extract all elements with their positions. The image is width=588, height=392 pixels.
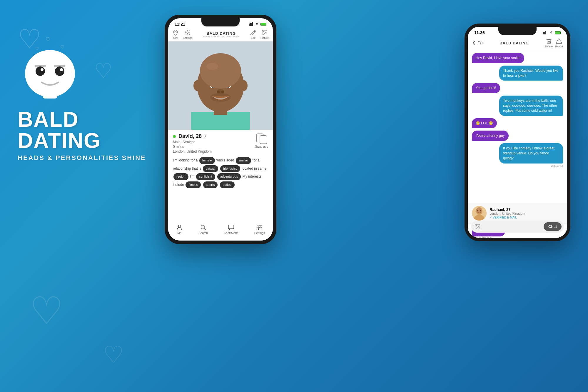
svg-point-59 <box>477 210 478 211</box>
svg-text:♡: ♡ <box>46 36 50 42</box>
svg-line-42 <box>204 228 206 230</box>
brand-subtitle: HEADS & PERSONALITIES SHINE <box>18 154 165 162</box>
message-2: Thank you Rachael. Would you like to hea… <box>499 66 563 81</box>
contact-location: London, United Kingdom <box>490 212 563 215</box>
settings-label: Settings <box>183 36 193 39</box>
profile-distance: 0 miles <box>173 145 212 149</box>
chat-input-area: Chat <box>471 221 564 233</box>
city-label: City <box>173 36 178 39</box>
profile-photo <box>168 41 273 130</box>
svg-point-62 <box>476 225 477 226</box>
message-time: 24 minutes ago <box>472 236 563 238</box>
exit-label: Exit <box>477 41 483 45</box>
robot-svg: ♡ ♡ ♡ <box>18 35 82 106</box>
svg-point-34 <box>193 80 201 91</box>
contact-info: Rachael, 27 London, United Kingdom ✓ VER… <box>490 207 563 219</box>
svg-point-8 <box>55 66 64 76</box>
nav-chat-label: Chat/Alerts <box>224 231 238 235</box>
phone-chat: 11:36 Exit BALD DATING Delete <box>465 24 570 241</box>
phone-profile-screen: 11:21 City Settings BALD DATING <box>168 18 273 241</box>
delete-button[interactable]: Delete <box>545 38 553 48</box>
nav-settings[interactable]: Settings <box>254 224 265 235</box>
svg-point-49 <box>258 228 259 230</box>
svg-rect-52 <box>545 31 546 34</box>
svg-text:♡: ♡ <box>35 46 39 51</box>
message-1: Hey David, I love your smile! <box>472 53 524 63</box>
svg-point-7 <box>36 66 45 76</box>
tag-confident: confident <box>196 173 215 180</box>
tag-female: female <box>199 157 215 164</box>
svg-rect-4 <box>43 91 57 99</box>
nav-settings-label: Settings <box>254 231 265 235</box>
picture-button[interactable]: Picture <box>260 29 269 39</box>
delivered-status: delivered <box>472 165 563 168</box>
nav-chat[interactable]: Chat/Alerts <box>224 224 238 235</box>
nav-me-label: Me <box>177 231 181 235</box>
brand-title: BALD DATING <box>18 109 165 151</box>
profile-name-text: David, 28 <box>178 133 202 139</box>
profile-status: Male, Straight <box>173 140 212 144</box>
svg-point-33 <box>210 93 231 102</box>
svg-point-40 <box>178 225 180 227</box>
message-5: 😂 LOL 😂 <box>472 118 497 129</box>
phone-profile: 11:21 City Settings BALD DATING <box>165 15 276 244</box>
chat-input[interactable] <box>484 224 541 229</box>
phone-notch <box>201 18 240 26</box>
svg-rect-14 <box>252 22 253 26</box>
chat-status-icons <box>543 31 561 34</box>
nav-search[interactable]: Search <box>198 224 208 235</box>
nav-search-label: Search <box>198 231 208 235</box>
media-button[interactable] <box>473 223 482 231</box>
swap-app-button[interactable]: Swap app <box>255 133 268 148</box>
chat-header-actions: Delete Report <box>545 38 563 48</box>
phone-chat-screen: 11:36 Exit BALD DATING Delete <box>468 27 567 238</box>
svg-point-36 <box>200 53 241 89</box>
report-button[interactable]: Report <box>555 38 563 48</box>
svg-point-9 <box>41 68 44 71</box>
edit-button[interactable]: Edit <box>250 29 256 39</box>
svg-point-35 <box>240 80 248 91</box>
phone2-notch <box>498 27 537 35</box>
chat-status-time: 11:36 <box>474 30 485 35</box>
back-button[interactable]: Exit <box>472 41 483 45</box>
chat-messages: Hey David, I love your smile! Thank you … <box>468 50 567 203</box>
message-6: You're a funny guy <box>472 131 509 141</box>
svg-rect-43 <box>228 225 234 229</box>
svg-rect-11 <box>249 24 250 26</box>
tag-coffee: coffee <box>220 181 235 189</box>
svg-point-10 <box>60 68 63 71</box>
app-header-profile: City Settings BALD DATING HEADS & PERSON… <box>168 28 273 41</box>
settings-button[interactable]: Settings <box>183 29 193 39</box>
svg-point-41 <box>201 225 205 229</box>
svg-point-48 <box>260 227 261 228</box>
nav-me[interactable]: Me <box>176 224 183 235</box>
message-4: Two monkeys are in the bath, one says, o… <box>499 96 563 116</box>
profile-info: David, 28 ♂ Male, Straight 0 miles Londo… <box>168 130 273 192</box>
svg-point-15 <box>175 31 176 33</box>
svg-point-37 <box>206 63 218 70</box>
swap-label: Swap app <box>255 145 268 148</box>
svg-text:♡: ♡ <box>60 44 64 49</box>
city-button[interactable]: City <box>172 29 179 39</box>
tag-friendship: friendship <box>220 165 240 172</box>
branding-section: ♡ ♡ ♡ BALD DATING HEADS & PERSONALITIES … <box>18 35 165 162</box>
edit-label: Edit <box>251 36 255 39</box>
svg-rect-12 <box>250 23 251 26</box>
message-3: Yes, go for it! <box>472 83 500 93</box>
delete-label: Delete <box>545 45 553 48</box>
tag-fitness: fitness <box>186 181 201 189</box>
heart-decoration-4: ♡ <box>103 341 124 368</box>
tag-sports: sports <box>203 181 218 189</box>
tag-casual: casual <box>203 165 218 172</box>
profile-bio: I'm looking for a female who's aged simi… <box>173 156 268 189</box>
status-icons <box>249 22 266 26</box>
chat-send-button[interactable]: Chat <box>544 222 562 231</box>
tag-region: region <box>173 173 188 180</box>
contact-avatar <box>472 206 487 221</box>
profile-photo-svg <box>168 41 273 130</box>
chat-header: Exit BALD DATING Delete Report <box>468 36 567 50</box>
svg-rect-50 <box>543 32 544 34</box>
svg-point-18 <box>263 31 264 32</box>
svg-rect-13 <box>251 23 252 26</box>
svg-point-60 <box>480 210 481 211</box>
